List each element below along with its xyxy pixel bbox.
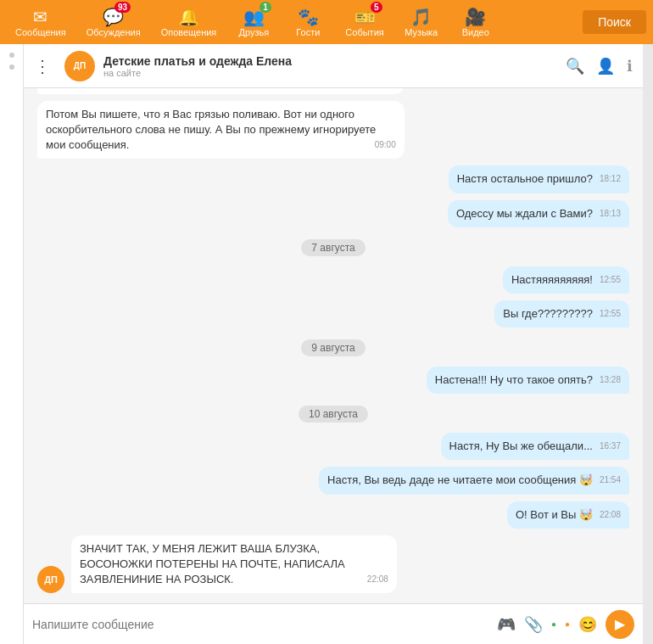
message-row: Одессу мы ждали с Вами? 18:13 xyxy=(37,200,629,227)
search-header-icon[interactable]: 🔍 xyxy=(566,57,584,76)
message-row: Настена!!! Ну что такое опять? 13:28 xyxy=(37,367,629,394)
right-scroll-panel xyxy=(643,44,653,644)
dots-menu[interactable]: ⋮ xyxy=(34,56,51,76)
search-button[interactable]: Поиск xyxy=(583,10,646,34)
date-divider-7aug: 7 августа xyxy=(37,239,629,255)
info-icon[interactable]: ℹ xyxy=(627,57,633,76)
message-row: Настя, Вы ведь даде не читаете мои сообщ… xyxy=(37,467,629,494)
nav-messages-label: Сообщения xyxy=(15,27,66,37)
message-row: Настя, Ну Вы же обещали... 16:37 xyxy=(37,433,629,460)
add-user-icon[interactable]: 👤 xyxy=(596,57,615,76)
discussions-badge: 93 xyxy=(114,2,131,13)
events-icon: 🎫 5 xyxy=(354,7,376,27)
message-row: Вы где????????? 12:55 xyxy=(37,300,629,328)
bubble-incoming: Потом Вы пишете, что я Вас грязью полива… xyxy=(37,101,405,160)
emoji-icon[interactable]: 😊 xyxy=(578,615,597,634)
nav-discussions[interactable]: 💬 93 Обсуждения xyxy=(78,3,149,41)
bubble-outgoing: Настяяяяяяяяя! 12:55 xyxy=(503,266,629,294)
main-layout: ⋮ ДП Детские платья и одежда Елена на са… xyxy=(0,44,653,644)
nav-music-label: Музыка xyxy=(405,27,438,37)
bubble-outgoing: Настя, Ну Вы же обещали... 16:37 xyxy=(441,433,629,460)
top-navigation: ✉ Сообщения 💬 93 Обсуждения 🔔 Оповещения… xyxy=(0,0,653,44)
message-row: Настя, вот Вы снова пропали. Вы читаете … xyxy=(37,88,629,94)
nav-messages[interactable]: ✉ Сообщения xyxy=(7,3,75,41)
input-actions: 🎮 📎 ● ● 😊 ▶ xyxy=(497,610,634,639)
music-icon: 🎵 xyxy=(410,7,432,27)
message-input[interactable] xyxy=(32,618,490,631)
chat-name: Детские платья и одежда Елена xyxy=(103,54,557,68)
date-divider-10aug: 10 августа xyxy=(37,406,629,421)
video-icon: 🎥 xyxy=(465,7,486,27)
attach-icon[interactable]: 📎 xyxy=(524,615,543,634)
message-row: Настя остальное пришло? 18:12 xyxy=(37,165,629,193)
messages-area: 5 августа Настя, Вы верните мне денежку … xyxy=(24,88,643,603)
bubble-incoming: Настя, вот Вы снова пропали. Вы читаете … xyxy=(37,88,405,94)
send-arrow-icon: ▶ xyxy=(615,616,625,632)
gamepad-icon[interactable]: 🎮 xyxy=(497,615,516,634)
nav-discussions-label: Обсуждения xyxy=(87,27,141,37)
nav-video[interactable]: 🎥 Видео xyxy=(450,3,501,41)
nav-events[interactable]: 🎫 5 События xyxy=(337,3,392,41)
message-row: Потом Вы пишете, что я Вас грязью полива… xyxy=(37,101,629,160)
chat-header: ⋮ ДП Детские платья и одежда Елена на са… xyxy=(24,44,643,88)
sidebar-dot xyxy=(9,53,14,58)
nav-guests-label: Гости xyxy=(296,27,320,37)
bubble-incoming-avatar: ЗНАЧИТ ТАК, У МЕНЯ ЛЕЖИТ ВАША БЛУЗКА, БО… xyxy=(71,535,397,594)
bubble-outgoing: Настя остальное пришло? 18:12 xyxy=(449,165,629,193)
chat-title-block: Детские платья и одежда Елена на сайте xyxy=(103,54,557,78)
nav-friends[interactable]: 👥 1 Друзья xyxy=(228,3,279,41)
bubble-outgoing: О! Вот и Вы 🤯 22:08 xyxy=(507,501,629,529)
friends-icon: 👥 1 xyxy=(243,7,265,27)
notifications-icon: 🔔 xyxy=(178,7,199,27)
bubble-outgoing: Настя, Вы ведь даде не читаете мои сообщ… xyxy=(319,467,629,494)
nav-events-label: События xyxy=(345,27,383,37)
chat-status: на сайте xyxy=(103,68,557,78)
nav-notifications[interactable]: 🔔 Оповещения xyxy=(153,3,226,41)
date-divider-9aug: 9 августа xyxy=(37,339,629,355)
orange-dot: ● xyxy=(565,619,570,629)
nav-guests[interactable]: 🐾 Гости xyxy=(282,3,333,41)
header-actions: 🔍 👤 ℹ xyxy=(566,57,633,76)
chat-avatar: ДП xyxy=(64,51,95,81)
input-bar: 🎮 📎 ● ● 😊 ▶ xyxy=(24,603,643,644)
message-row: Настяяяяяяяяя! 12:55 xyxy=(37,266,629,294)
nav-friends-label: Друзья xyxy=(239,27,270,37)
message-row: О! Вот и Вы 🤯 22:08 xyxy=(37,501,629,529)
messages-icon: ✉ xyxy=(33,7,47,27)
nav-music[interactable]: 🎵 Музыка xyxy=(396,3,447,41)
bubble-outgoing: Настена!!! Ну что такое опять? 13:28 xyxy=(427,367,629,394)
events-badge: 5 xyxy=(371,2,382,13)
discussions-icon: 💬 93 xyxy=(103,7,124,27)
green-dot: ● xyxy=(551,619,556,629)
chat-container: ⋮ ДП Детские платья и одежда Елена на са… xyxy=(24,44,643,644)
send-button[interactable]: ▶ xyxy=(606,610,634,639)
bubble-outgoing: Одессу мы ждали с Вами? 18:13 xyxy=(448,200,629,227)
nav-notifications-label: Оповещения xyxy=(161,27,217,37)
sidebar-dot-2 xyxy=(9,64,14,70)
guests-icon: 🐾 xyxy=(298,7,319,27)
sender-avatar: ДП xyxy=(37,566,64,593)
message-with-avatar: ДП ЗНАЧИТ ТАК, У МЕНЯ ЛЕЖИТ ВАША БЛУЗКА,… xyxy=(37,535,629,594)
left-sidebar xyxy=(0,44,24,644)
friends-badge: 1 xyxy=(260,2,271,13)
nav-video-label: Видео xyxy=(462,27,489,37)
bubble-outgoing: Вы где????????? 12:55 xyxy=(494,300,629,328)
